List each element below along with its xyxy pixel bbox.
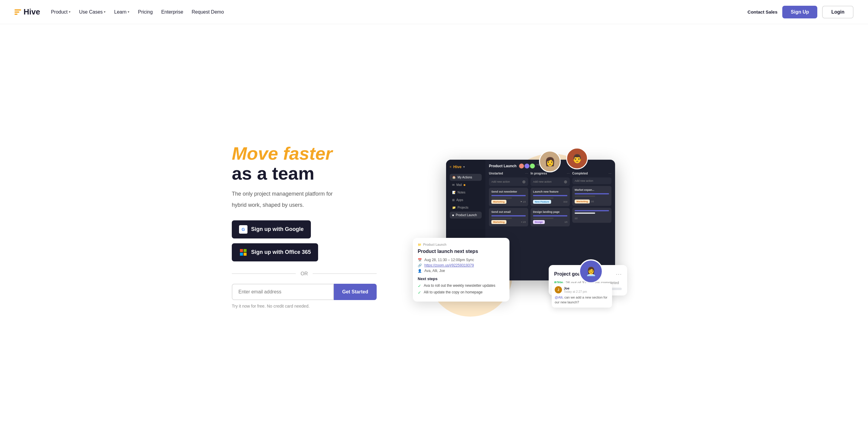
google-signup-button[interactable]: G Sign up with Google (232, 220, 311, 238)
sidebar-item-notes[interactable]: 📝 Notes (450, 189, 482, 196)
card-bar (575, 195, 595, 197)
hero-title: Move faster as a team (232, 144, 377, 184)
chevron-down-icon: ▾ (104, 10, 105, 14)
nav-request-demo[interactable]: Request Demo (192, 9, 224, 15)
contact-sales-link[interactable]: Contact Sales (748, 9, 777, 14)
task-detail-link: 🔗 https://zoom.us/j/92259319379 (418, 263, 505, 267)
task-detail-date: 📅 Aug 28, 11:30 – 12:00pm Sync (418, 258, 505, 262)
task-detail-attendees: 👤 Ava, Alli, Joe (418, 269, 505, 273)
task-panel-breadcrumb: 📁 Product Launch (418, 243, 505, 246)
nav-left: Hive Product ▾ Use Cases ▾ Learn ▾ Prici… (14, 7, 224, 17)
calendar-icon: 📅 (418, 258, 422, 262)
goal-title: Project goal (554, 271, 582, 277)
sidebar-item-projects[interactable]: 📁 Projects (450, 204, 482, 211)
mini-avatar-3 (530, 163, 535, 169)
svg-rect-3 (244, 253, 247, 256)
col-options-unstarted[interactable]: ⋯ (525, 172, 528, 175)
card-bar (533, 198, 554, 199)
board-avatars: +32 (519, 163, 540, 169)
chevron-down-icon: ▾ (69, 10, 71, 14)
nav-pricing[interactable]: Pricing (138, 9, 153, 15)
app-logo: ≡Hive ▾ (450, 164, 482, 169)
google-icon: G (239, 225, 247, 234)
tag-marketing: Marketing (491, 200, 506, 204)
login-button[interactable]: Login (822, 6, 854, 19)
kanban-card: Launch new feature New Feature 3/10 (531, 188, 570, 206)
divider-line-right (313, 273, 377, 274)
hero-left: Move faster as a team The only project m… (232, 144, 377, 308)
sidebar-item-apps[interactable]: ⊞ Apps (450, 197, 482, 204)
task-panel-title: Product launch next steps (418, 249, 505, 254)
kanban-card: Send out email Marketing ≡ 1/3 (489, 208, 528, 227)
check-icon: ✓ (418, 283, 421, 288)
next-steps: Next steps ✓ Ava to roll out the weekly … (418, 276, 505, 295)
logo[interactable]: Hive (14, 7, 40, 17)
next-step-item: ✓ Ava to roll out the weekly newsletter … (418, 283, 505, 288)
sidebar-item-myactions[interactable]: 🏠 My Actions (450, 174, 482, 181)
tag-feature: New Feature (533, 200, 551, 204)
avatar-2: 👨 (566, 148, 588, 169)
next-steps-title: Next steps (418, 276, 505, 281)
svg-rect-1 (244, 249, 247, 252)
hero-title-line2: as a team (232, 163, 314, 184)
kanban-card: Design landing page Design 1/3 (531, 208, 570, 227)
card-bar (533, 195, 567, 196)
nav-usecases[interactable]: Use Cases ▾ (79, 9, 105, 15)
kanban-col-completed: Completed ⋯ Add new action Market expan.… (572, 172, 612, 262)
sidebar-item-productlaunch[interactable]: ■ Product Launch (450, 212, 482, 218)
avatar-3: 👩‍💼 (579, 259, 603, 283)
col-options-inprogress[interactable]: ⋯ (567, 172, 570, 175)
sidebar-item-mail[interactable]: ✉ Mail (450, 181, 482, 188)
hero-visual: 👩 👨 👩‍💼 ≡Hive ▾ 🏠 My Actions ✉ Mail (404, 142, 621, 311)
chevron-down-icon: ▾ (128, 10, 129, 14)
col-header-unstarted: Unstarted ⋯ (489, 172, 528, 175)
kanban-add-unstarted[interactable]: Add new action ⊕ (489, 178, 528, 186)
kanban-add-completed[interactable]: Add new action (572, 178, 612, 184)
comment-author: Joe (564, 287, 587, 290)
kanban-col-inprogress: In progress ⋯ Add new action ⊕ Launch ne… (531, 172, 570, 262)
nav-right: Contact Sales Sign Up Login (748, 6, 854, 19)
card-bar (533, 218, 554, 219)
card-bar (533, 215, 567, 216)
card-bar (491, 218, 512, 219)
nav-learn[interactable]: Learn ▾ (114, 9, 129, 15)
email-form: Get Started (232, 284, 377, 300)
navbar: Hive Product ▾ Use Cases ▾ Learn ▾ Prici… (0, 0, 868, 24)
kanban-add-inprogress[interactable]: Add new action ⊕ (531, 178, 570, 186)
goal-menu-icon[interactable]: ⋯ (616, 270, 622, 278)
comment-avatar: J (555, 286, 562, 293)
logo-icon (14, 9, 21, 15)
nav-enterprise[interactable]: Enterprise (161, 9, 183, 15)
hero-section: Move faster as a team The only project m… (208, 24, 660, 422)
svg-rect-2 (240, 253, 243, 256)
col-header-completed: Completed ⋯ (572, 172, 612, 175)
kanban-card: Send out newsletter Marketing ⚑ 1/3 (489, 188, 528, 206)
or-divider: OR (232, 271, 377, 276)
nav-links: Product ▾ Use Cases ▾ Learn ▾ Pricing En… (51, 9, 224, 15)
hero-right: 👩 👨 👩‍💼 ≡Hive ▾ 🏠 My Actions ✉ Mail (389, 142, 636, 311)
card-bar (575, 193, 609, 194)
email-input[interactable] (232, 284, 334, 300)
task-panel: 📁 Product Launch Product launch next ste… (413, 238, 509, 302)
card-bar (491, 215, 526, 216)
tag-marketing: Marketing (575, 200, 590, 204)
link-icon: 🔗 (418, 264, 422, 267)
office-signup-button[interactable]: Sign up with Office 365 (232, 243, 318, 262)
comment-time: Today at 2:27 pm (564, 290, 587, 293)
card-bar (491, 198, 512, 199)
logo-text: Hive (24, 7, 40, 17)
signup-buttons: G Sign up with Google Sign up with Offic… (232, 220, 377, 262)
hero-subtitle2: hybrid work, shaped by users. (232, 201, 377, 210)
get-started-button[interactable]: Get Started (334, 284, 377, 300)
divider-line-left (232, 273, 296, 274)
card-bar (491, 195, 526, 196)
comment-text: @Alli, can we add a new section for our … (555, 295, 609, 305)
nav-product[interactable]: Product ▾ (51, 9, 71, 15)
board-title: Product Launch (489, 164, 517, 168)
signup-button[interactable]: Sign Up (782, 6, 817, 19)
card-bar (575, 212, 595, 214)
svg-rect-0 (240, 249, 243, 252)
comment-bubble: J Joe Today at 2:27 pm @Alli, can we add… (552, 283, 612, 308)
kanban-card: Market expan... Marketing 2/2 (572, 186, 612, 206)
col-options-completed[interactable]: ⋯ (609, 172, 612, 175)
